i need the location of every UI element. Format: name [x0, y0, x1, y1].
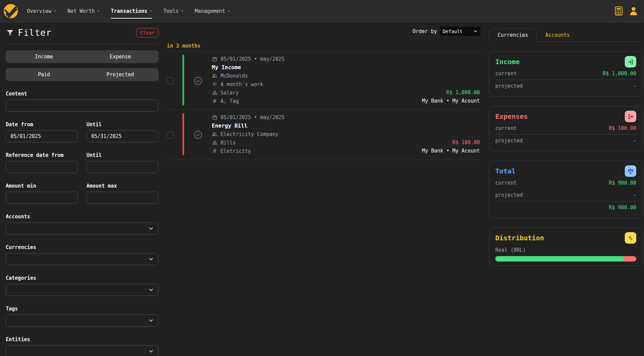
income-card-title: Income	[495, 58, 520, 66]
transaction-checkbox[interactable]	[167, 132, 174, 138]
transaction-title: My Income	[212, 64, 241, 71]
distribution-percent-icon[interactable]: %	[625, 232, 636, 244]
accounts-label: Accounts	[6, 214, 158, 220]
chevron-down-icon: ▾	[228, 9, 230, 13]
transaction-entity: Electricity Company	[221, 131, 279, 137]
nav-item-overview[interactable]: Overview▾	[27, 8, 56, 14]
amount-min-input[interactable]	[6, 192, 78, 204]
transaction-row[interactable]: 05/01/2025 • may/2025 My Income McDonald…	[167, 52, 480, 110]
transaction-category: Bills	[221, 140, 236, 146]
distribution-bar-green	[495, 256, 623, 262]
chevron-down-icon: ▾	[97, 9, 99, 13]
transaction-checkbox[interactable]	[167, 77, 174, 84]
amount-max-input[interactable]	[87, 192, 159, 204]
chevron-down-icon: ▾	[181, 9, 183, 13]
expenses-card-title: Expenses	[495, 112, 528, 120]
total-projected-value: -	[633, 192, 636, 198]
date-from-input[interactable]	[6, 130, 78, 142]
entity-users-icon	[212, 131, 217, 137]
chevron-down-icon: ▾	[150, 9, 152, 13]
transaction-amount: R$ 1,000.00	[422, 88, 480, 97]
chevron-down-icon	[148, 318, 154, 324]
entity-users-icon	[212, 73, 217, 79]
calendar-icon	[212, 56, 217, 62]
transaction-tags: A, Tag	[221, 98, 239, 104]
entities-select[interactable]	[6, 345, 158, 356]
tab-accounts[interactable]: Accounts	[537, 28, 578, 42]
tags-hash-icon: #	[212, 98, 217, 104]
filter-title: Filter	[18, 28, 52, 38]
transaction-row[interactable]: 05/01/2025 • may/2025 Energy Bill Electr…	[167, 110, 480, 160]
transaction-amount: R$ 100.00	[422, 138, 480, 147]
status-toggle: Paid Projected	[6, 68, 158, 81]
clear-filter-button[interactable]: Clear	[136, 28, 158, 37]
chevron-down-icon: ▾	[54, 9, 56, 13]
reference-date-from-input[interactable]	[6, 161, 78, 173]
transactions-panel: Order by Default in 3 months 05/01/2025 …	[167, 22, 480, 160]
total-scales-icon[interactable]	[625, 165, 636, 177]
income-toggle-button[interactable]: Income	[6, 50, 82, 63]
categories-select[interactable]	[6, 284, 158, 296]
app-logo-icon[interactable]	[3, 4, 18, 19]
expense-toggle-button[interactable]: Expense	[82, 50, 159, 63]
nav-menu: Overview▾ Net Worth▾ Transactions▾ Tools…	[27, 8, 230, 14]
categories-label: Categories	[6, 275, 158, 281]
tags-select[interactable]	[6, 314, 158, 327]
tags-label: Tags	[6, 306, 158, 312]
income-card: Income currentR$ 1,000.00 projected-	[489, 51, 643, 97]
income-current-label: current	[495, 71, 517, 77]
total-card: Total currentR$ 900.00 projected- R$ 900…	[489, 161, 643, 218]
reference-date-from-label: Reference date from	[6, 152, 78, 158]
transaction-date: 05/01/2025 • may/2025	[221, 114, 285, 120]
order-by-label: Order by	[413, 28, 437, 34]
chevron-down-icon	[148, 225, 154, 231]
income-projected-value: -	[633, 83, 636, 89]
calendar-icon	[212, 115, 217, 120]
check-circle-icon	[194, 130, 203, 139]
chevron-down-icon	[148, 287, 154, 293]
distribution-card-title: Distribution	[495, 234, 544, 242]
distribution-bar	[495, 256, 636, 262]
distribution-currency-label: Real (BRL)	[495, 247, 636, 253]
amount-min-label: Amount min	[6, 183, 78, 189]
user-profile-icon[interactable]	[629, 6, 638, 16]
currencies-select[interactable]	[6, 253, 158, 265]
transaction-group-header: in 3 months	[167, 43, 480, 52]
nav-item-net-worth[interactable]: Net Worth▾	[67, 8, 99, 14]
calculator-icon[interactable]	[614, 6, 623, 16]
total-card-title: Total	[495, 167, 516, 175]
filter-funnel-icon	[6, 28, 14, 37]
total-current-label: current	[495, 180, 517, 186]
transaction-title: Energy Bill	[212, 122, 247, 129]
expenses-logout-icon[interactable]	[625, 111, 636, 122]
income-login-icon[interactable]	[625, 56, 636, 67]
nav-item-management[interactable]: Management▾	[195, 8, 230, 14]
accounts-select[interactable]	[6, 222, 158, 235]
nav-item-transactions[interactable]: Transactions▾	[111, 8, 152, 14]
transaction-tags: Eletricity	[221, 148, 251, 154]
paid-toggle-button[interactable]: Paid	[6, 68, 82, 81]
tab-currencies[interactable]: Currencies	[489, 28, 537, 42]
transaction-account: My Bank • My Acount	[422, 147, 480, 155]
date-until-input[interactable]	[87, 130, 159, 142]
expenses-card: Expenses currentR$ 100.00 projected-	[489, 106, 643, 151]
transaction-description: A month's work	[221, 81, 263, 87]
chevron-down-icon	[473, 29, 478, 33]
content-input[interactable]	[6, 100, 158, 112]
transaction-entity: McDonalds	[221, 73, 248, 79]
total-projected-label: projected	[495, 192, 523, 198]
transaction-account: My Bank • My Acount	[422, 97, 480, 105]
currencies-label: Currencies	[6, 244, 158, 250]
date-until-label: Until	[87, 121, 159, 128]
projected-toggle-button[interactable]: Projected	[82, 68, 159, 81]
content-label: Content	[6, 91, 158, 97]
divider	[6, 44, 158, 45]
description-icon	[212, 82, 217, 87]
reference-date-until-input[interactable]	[87, 161, 159, 173]
nav-item-tools[interactable]: Tools▾	[164, 8, 183, 14]
order-by-select[interactable]: Default	[440, 27, 480, 36]
income-current-value: R$ 1,000.00	[603, 71, 636, 77]
summary-panel: Currencies Accounts Income currentR$ 1,0…	[489, 22, 643, 266]
chevron-down-icon	[148, 348, 154, 354]
total-net-value: R$ 900.00	[609, 204, 636, 211]
